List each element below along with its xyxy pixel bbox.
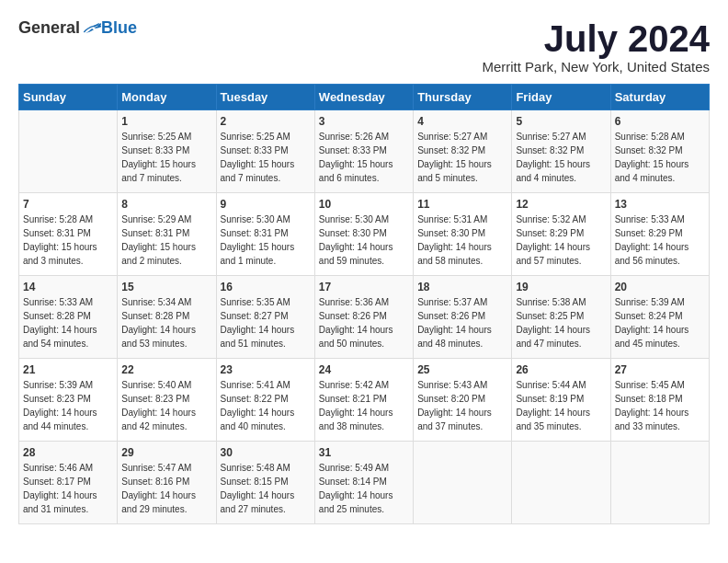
calendar-cell: 5Sunrise: 5:27 AM Sunset: 8:32 PM Daylig… xyxy=(512,110,610,193)
title-section: July 2024 Merritt Park, New York, United… xyxy=(482,18,710,75)
calendar-header-row: SundayMondayTuesdayWednesdayThursdayFrid… xyxy=(19,85,710,110)
day-info: Sunrise: 5:30 AM Sunset: 8:31 PM Dayligh… xyxy=(221,213,311,268)
calendar-week-row: 21Sunrise: 5:39 AM Sunset: 8:23 PM Dayli… xyxy=(19,359,710,442)
day-number: 19 xyxy=(516,281,606,293)
calendar-cell xyxy=(512,442,610,524)
header-day-wednesday: Wednesday xyxy=(314,85,413,110)
day-info: Sunrise: 5:30 AM Sunset: 8:30 PM Dayligh… xyxy=(319,213,409,268)
calendar-cell: 28Sunrise: 5:46 AM Sunset: 8:17 PM Dayli… xyxy=(19,442,118,524)
calendar-week-row: 28Sunrise: 5:46 AM Sunset: 8:17 PM Dayli… xyxy=(19,442,710,524)
calendar-week-row: 7Sunrise: 5:28 AM Sunset: 8:31 PM Daylig… xyxy=(19,193,710,276)
day-number: 13 xyxy=(615,198,705,211)
day-info: Sunrise: 5:41 AM Sunset: 8:22 PM Dayligh… xyxy=(221,378,311,433)
calendar-cell xyxy=(414,442,512,524)
day-number: 7 xyxy=(23,198,113,211)
day-info: Sunrise: 5:43 AM Sunset: 8:20 PM Dayligh… xyxy=(417,378,507,433)
calendar-cell: 26Sunrise: 5:44 AM Sunset: 8:19 PM Dayli… xyxy=(512,359,610,442)
calendar-table: SundayMondayTuesdayWednesdayThursdayFrid… xyxy=(18,84,710,524)
calendar-cell: 18Sunrise: 5:37 AM Sunset: 8:26 PM Dayli… xyxy=(414,276,512,359)
calendar-cell: 29Sunrise: 5:47 AM Sunset: 8:16 PM Dayli… xyxy=(118,442,216,524)
header-day-tuesday: Tuesday xyxy=(216,85,314,110)
day-number: 10 xyxy=(319,198,409,211)
day-number: 17 xyxy=(319,281,409,293)
calendar-cell: 11Sunrise: 5:31 AM Sunset: 8:30 PM Dayli… xyxy=(414,193,512,276)
day-number: 8 xyxy=(121,198,211,211)
day-number: 11 xyxy=(417,198,507,211)
day-info: Sunrise: 5:33 AM Sunset: 8:29 PM Dayligh… xyxy=(615,213,705,268)
header-day-saturday: Saturday xyxy=(610,85,709,110)
day-info: Sunrise: 5:36 AM Sunset: 8:26 PM Dayligh… xyxy=(319,295,409,350)
page-header: General Blue July 2024 Merritt Park, New… xyxy=(18,18,710,75)
day-number: 1 xyxy=(121,115,211,128)
calendar-cell: 14Sunrise: 5:33 AM Sunset: 8:28 PM Dayli… xyxy=(19,276,118,359)
day-info: Sunrise: 5:25 AM Sunset: 8:33 PM Dayligh… xyxy=(121,130,211,185)
calendar-cell: 17Sunrise: 5:36 AM Sunset: 8:26 PM Dayli… xyxy=(314,276,413,359)
calendar-cell xyxy=(610,442,709,524)
calendar-cell: 8Sunrise: 5:29 AM Sunset: 8:31 PM Daylig… xyxy=(118,193,216,276)
day-info: Sunrise: 5:31 AM Sunset: 8:30 PM Dayligh… xyxy=(417,213,507,268)
month-title: July 2024 xyxy=(482,18,710,59)
calendar-cell: 30Sunrise: 5:48 AM Sunset: 8:15 PM Dayli… xyxy=(216,442,314,524)
day-info: Sunrise: 5:26 AM Sunset: 8:33 PM Dayligh… xyxy=(319,130,409,185)
day-number: 22 xyxy=(121,363,211,376)
day-info: Sunrise: 5:32 AM Sunset: 8:29 PM Dayligh… xyxy=(516,213,606,268)
day-info: Sunrise: 5:35 AM Sunset: 8:27 PM Dayligh… xyxy=(221,295,311,350)
day-number: 12 xyxy=(516,198,606,211)
day-number: 27 xyxy=(615,363,705,376)
calendar-cell: 16Sunrise: 5:35 AM Sunset: 8:27 PM Dayli… xyxy=(216,276,314,359)
logo-bird-icon xyxy=(83,20,101,37)
day-number: 15 xyxy=(121,281,211,293)
logo-blue-text: Blue xyxy=(101,18,137,38)
header-day-sunday: Sunday xyxy=(19,85,118,110)
calendar-week-row: 1Sunrise: 5:25 AM Sunset: 8:33 PM Daylig… xyxy=(19,110,710,193)
day-number: 3 xyxy=(319,115,409,128)
header-day-thursday: Thursday xyxy=(414,85,512,110)
day-number: 14 xyxy=(23,281,113,293)
day-number: 18 xyxy=(417,281,507,293)
day-info: Sunrise: 5:37 AM Sunset: 8:26 PM Dayligh… xyxy=(417,295,507,350)
day-number: 16 xyxy=(221,281,311,293)
day-info: Sunrise: 5:34 AM Sunset: 8:28 PM Dayligh… xyxy=(121,295,211,350)
calendar-cell: 12Sunrise: 5:32 AM Sunset: 8:29 PM Dayli… xyxy=(512,193,610,276)
header-day-monday: Monday xyxy=(118,85,216,110)
calendar-cell: 22Sunrise: 5:40 AM Sunset: 8:23 PM Dayli… xyxy=(118,359,216,442)
day-info: Sunrise: 5:42 AM Sunset: 8:21 PM Dayligh… xyxy=(319,378,409,433)
calendar-cell: 2Sunrise: 5:25 AM Sunset: 8:33 PM Daylig… xyxy=(216,110,314,193)
header-day-friday: Friday xyxy=(512,85,610,110)
calendar-cell: 1Sunrise: 5:25 AM Sunset: 8:33 PM Daylig… xyxy=(118,110,216,193)
day-info: Sunrise: 5:47 AM Sunset: 8:16 PM Dayligh… xyxy=(121,461,211,516)
calendar-cell: 9Sunrise: 5:30 AM Sunset: 8:31 PM Daylig… xyxy=(216,193,314,276)
day-info: Sunrise: 5:44 AM Sunset: 8:19 PM Dayligh… xyxy=(516,378,606,433)
day-info: Sunrise: 5:39 AM Sunset: 8:23 PM Dayligh… xyxy=(23,378,113,433)
day-number: 4 xyxy=(417,115,507,128)
calendar-cell xyxy=(19,110,118,193)
day-number: 26 xyxy=(516,363,606,376)
day-number: 31 xyxy=(319,446,409,459)
calendar-cell: 23Sunrise: 5:41 AM Sunset: 8:22 PM Dayli… xyxy=(216,359,314,442)
day-number: 20 xyxy=(615,281,705,293)
calendar-cell: 19Sunrise: 5:38 AM Sunset: 8:25 PM Dayli… xyxy=(512,276,610,359)
day-info: Sunrise: 5:27 AM Sunset: 8:32 PM Dayligh… xyxy=(516,130,606,185)
calendar-cell: 3Sunrise: 5:26 AM Sunset: 8:33 PM Daylig… xyxy=(314,110,413,193)
day-info: Sunrise: 5:49 AM Sunset: 8:14 PM Dayligh… xyxy=(319,461,409,516)
day-number: 28 xyxy=(23,446,113,459)
day-number: 21 xyxy=(23,363,113,376)
logo-general-text: General xyxy=(18,18,80,38)
calendar-cell: 6Sunrise: 5:28 AM Sunset: 8:32 PM Daylig… xyxy=(610,110,709,193)
location-text: Merritt Park, New York, United States xyxy=(482,59,710,75)
day-info: Sunrise: 5:29 AM Sunset: 8:31 PM Dayligh… xyxy=(121,213,211,268)
day-number: 6 xyxy=(615,115,705,128)
calendar-cell: 21Sunrise: 5:39 AM Sunset: 8:23 PM Dayli… xyxy=(19,359,118,442)
calendar-cell: 31Sunrise: 5:49 AM Sunset: 8:14 PM Dayli… xyxy=(314,442,413,524)
calendar-cell: 25Sunrise: 5:43 AM Sunset: 8:20 PM Dayli… xyxy=(414,359,512,442)
calendar-cell: 4Sunrise: 5:27 AM Sunset: 8:32 PM Daylig… xyxy=(414,110,512,193)
day-number: 23 xyxy=(221,363,311,376)
calendar-cell: 24Sunrise: 5:42 AM Sunset: 8:21 PM Dayli… xyxy=(314,359,413,442)
logo: General Blue xyxy=(18,18,137,38)
day-number: 29 xyxy=(121,446,211,459)
day-info: Sunrise: 5:27 AM Sunset: 8:32 PM Dayligh… xyxy=(417,130,507,185)
calendar-cell: 15Sunrise: 5:34 AM Sunset: 8:28 PM Dayli… xyxy=(118,276,216,359)
day-number: 24 xyxy=(319,363,409,376)
day-info: Sunrise: 5:25 AM Sunset: 8:33 PM Dayligh… xyxy=(221,130,311,185)
day-info: Sunrise: 5:48 AM Sunset: 8:15 PM Dayligh… xyxy=(221,461,311,516)
